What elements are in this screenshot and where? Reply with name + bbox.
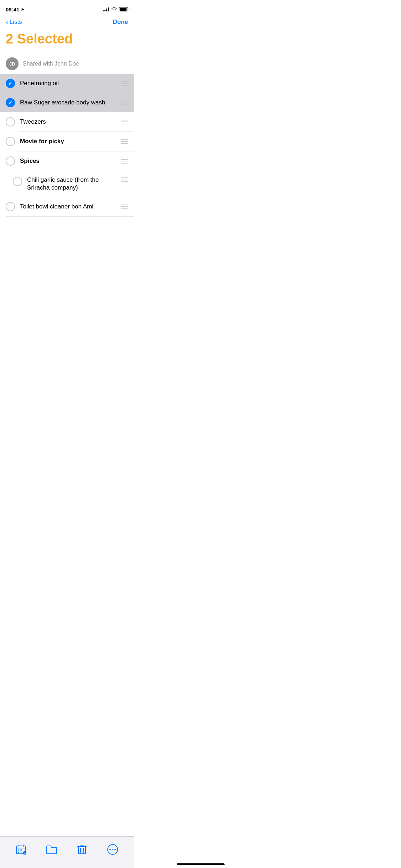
drag-handle-icon[interactable] <box>121 120 128 124</box>
list-item[interactable]: Penetrating oil <box>0 74 134 93</box>
drag-handle-icon[interactable] <box>121 205 128 209</box>
list-items-container: Penetrating oil Raw Sugar avocado body w… <box>0 74 134 217</box>
checkbox-checked[interactable] <box>6 79 15 88</box>
list-item[interactable]: Chili garlic sauce (from the Sriracha co… <box>0 171 134 197</box>
checkbox-unchecked[interactable] <box>6 117 15 126</box>
location-icon: ➤ <box>21 7 24 12</box>
drag-handle-icon[interactable] <box>121 100 128 105</box>
drag-handle-icon[interactable] <box>121 177 128 182</box>
separator <box>6 216 134 217</box>
item-text: Chili garlic sauce (from the Sriracha co… <box>27 176 116 192</box>
shared-with-row: JD Shared with John Doe <box>0 54 134 74</box>
avatar: JD <box>6 57 19 70</box>
page-title: 2 Selected <box>0 30 134 54</box>
wifi-icon <box>111 7 117 11</box>
status-icons <box>103 7 128 11</box>
list-item[interactable]: Toilet bowl cleaner bon Ami <box>0 197 134 216</box>
status-bar: 09:41 ➤ <box>0 0 134 16</box>
drag-handle-icon[interactable] <box>121 159 128 164</box>
back-button[interactable]: ‹ Lists <box>6 19 22 26</box>
checkbox-unchecked[interactable] <box>6 137 15 146</box>
done-button[interactable]: Done <box>113 19 128 26</box>
item-text: Penetrating oil <box>20 79 116 87</box>
drag-handle-icon[interactable] <box>121 81 128 86</box>
battery-icon <box>119 7 128 11</box>
item-text: Spices <box>20 157 116 165</box>
status-time: 09:41 ➤ <box>6 6 24 12</box>
checkbox-checked[interactable] <box>6 98 15 107</box>
nav-bar: ‹ Lists Done <box>0 16 134 30</box>
list-item[interactable]: Movie for picky <box>0 132 134 151</box>
chevron-left-icon: ‹ <box>6 18 8 25</box>
list-item[interactable]: Tweezers <box>0 112 134 131</box>
item-text: Movie for picky <box>20 138 116 145</box>
drag-handle-icon[interactable] <box>121 139 128 144</box>
shared-label: Shared with John Doe <box>23 61 79 67</box>
item-text: Tweezers <box>20 118 116 126</box>
checkbox-unchecked[interactable] <box>13 177 22 186</box>
back-label: Lists <box>10 19 22 26</box>
checkbox-unchecked[interactable] <box>6 156 15 166</box>
item-text: Raw Sugar avocado body wash <box>20 99 116 107</box>
signal-bars-icon <box>103 7 109 11</box>
checkbox-unchecked[interactable] <box>6 202 15 211</box>
item-text: Toilet bowl cleaner bon Ami <box>20 203 116 211</box>
list-item[interactable]: Spices <box>0 151 134 171</box>
list-item[interactable]: Raw Sugar avocado body wash <box>0 93 134 112</box>
